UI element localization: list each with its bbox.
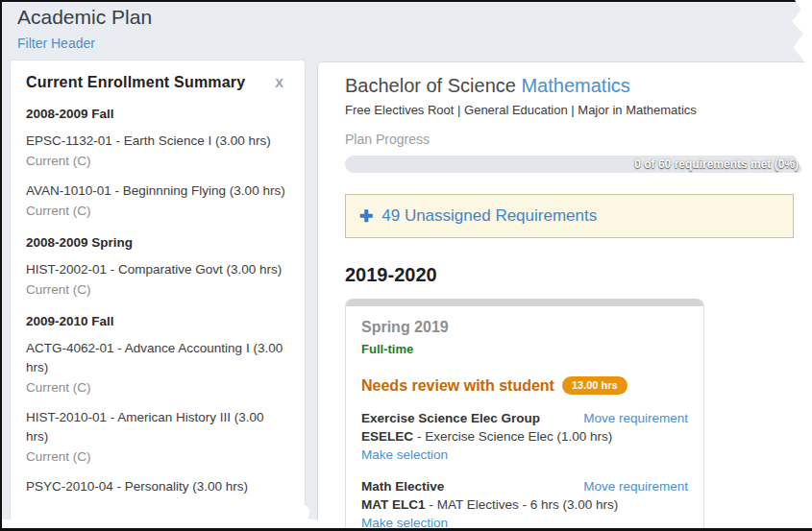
erasure-blob — [44, 503, 90, 519]
course-entry: AVAN-1010-01 - Beginnning Flying (3.00 h… — [26, 181, 289, 201]
make-selection-link[interactable]: Make selection — [361, 516, 448, 530]
course-status: Current (C) — [26, 202, 289, 221]
requirement-row: Math Elective Move requirement MAT ELC1-… — [361, 479, 688, 531]
course-status: Current (C) — [26, 152, 289, 171]
plus-icon[interactable]: ✚ — [359, 206, 373, 227]
term-card-spring-2019: Spring 2019 Full-time Needs review with … — [345, 299, 704, 531]
plan-progress-bar: 0 of 60 requirements met (0%) — [345, 156, 806, 173]
enrollment-summary-panel: Current Enrollment Summary X 2008-2009 F… — [10, 60, 306, 528]
review-status-text: Needs review with student — [361, 377, 554, 395]
requirement-group-name: Exercise Science Elec Group — [361, 411, 540, 425]
plan-panel: Bachelor of Science Mathematics Free Ele… — [317, 61, 812, 531]
unassigned-requirements-banner[interactable]: ✚ 49 Unassigned Requirements — [345, 194, 794, 238]
enrollment-summary-header: Current Enrollment Summary X — [26, 74, 289, 92]
requirement-course: ESELEC- Exercise Science Elec (1.00 hrs) — [361, 429, 688, 444]
degree-name: Bachelor of Science — [345, 75, 516, 96]
requirement-course: MAT ELC1- MAT Electives - 6 hrs (3.00 hr… — [361, 497, 688, 512]
breadcrumb: Free Electives Root | General Education … — [345, 103, 812, 117]
term-heading: 2009-2010 Fall — [26, 314, 289, 328]
requirement-group-name: Math Elective — [361, 479, 444, 494]
course-entry-partial: PSYC-2010-04 - Personality (3.00 hrs) — [26, 477, 289, 496]
requirement-header: Math Elective Move requirement — [361, 479, 688, 494]
term-card-grab-strip[interactable] — [346, 299, 703, 306]
page-title: Academic Plan — [17, 6, 152, 29]
close-icon[interactable]: X — [269, 74, 289, 92]
degree-title: Bachelor of Science Mathematics — [345, 75, 812, 97]
term-card-body: Spring 2019 Full-time Needs review with … — [346, 306, 703, 531]
make-selection-link[interactable]: Make selection — [361, 447, 448, 462]
major-link[interactable]: Mathematics — [521, 75, 629, 96]
move-requirement-link[interactable]: Move requirement — [583, 479, 688, 494]
plan-progress-label: Plan Progress — [345, 132, 812, 147]
unassigned-requirements-label: 49 Unassigned Requirements — [381, 206, 597, 226]
course-entry: HIST-2002-01 - Comparative Govt (3.00 hr… — [26, 260, 289, 279]
erasure-blob — [110, 503, 204, 520]
requirement-header: Exercise Science Elec Group Move require… — [361, 411, 688, 425]
course-entry: ACTG-4062-01 - Advance Accounting I (3.0… — [26, 339, 289, 377]
requirement-course-code: MAT ELC1 — [361, 497, 426, 512]
course-status: Current (C) — [26, 280, 289, 300]
course-status: Current (C) — [26, 378, 289, 398]
erasure-blob — [296, 505, 309, 519]
plan-progress-text: 0 of 60 requirements met (0%) — [634, 157, 799, 171]
term-title: Spring 2019 — [361, 319, 688, 336]
academic-plan-screen: Academic Plan Filter Header Current Enro… — [0, 0, 812, 531]
page-header: Academic Plan Filter Header — [17, 6, 152, 52]
move-requirement-link[interactable]: Move requirement — [583, 411, 688, 425]
requirement-course-desc: - MAT Electives - 6 hrs (3.00 hrs) — [430, 497, 619, 512]
academic-year-heading: 2019-2020 — [345, 264, 812, 286]
requirement-course-desc: - Exercise Science Elec (1.00 hrs) — [417, 429, 612, 444]
requirement-row: Exercise Science Elec Group Move require… — [361, 411, 688, 463]
term-heading: 2008-2009 Fall — [26, 107, 289, 121]
course-entry: EPSC-1132-01 - Earth Science I (3.00 hrs… — [26, 132, 289, 151]
hours-badge: 13.00 hrs — [562, 376, 627, 395]
enrollment-status: Full-time — [361, 342, 688, 356]
enrollment-summary-title: Current Enrollment Summary — [26, 74, 245, 91]
erasure-blob — [248, 505, 277, 519]
filter-header-link[interactable]: Filter Header — [17, 36, 95, 51]
course-status: Current (C) — [26, 447, 289, 467]
term-heading: 2008-2009 Spring — [26, 235, 289, 250]
requirement-course-code: ESELEC — [361, 429, 413, 444]
review-status-row: Needs review with student 13.00 hrs — [361, 376, 688, 395]
course-entry: HIST-2010-01 - American History III (3.0… — [26, 408, 289, 447]
